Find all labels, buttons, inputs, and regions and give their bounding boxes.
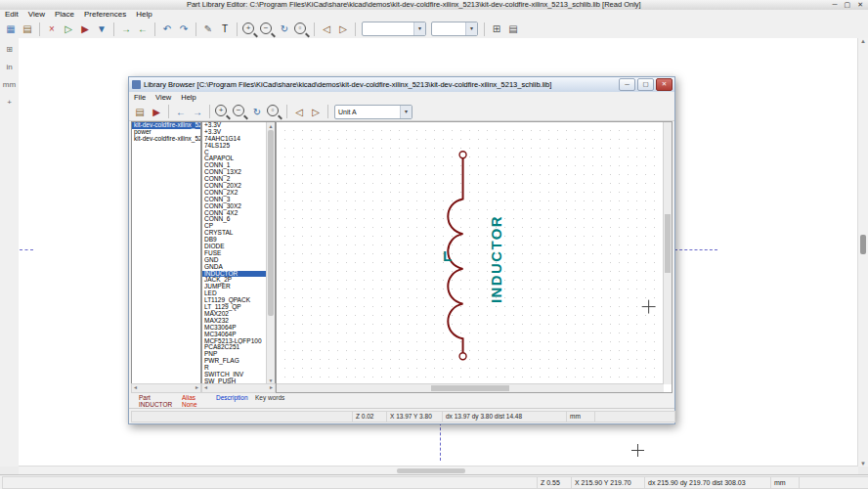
vertical-scrollbar[interactable]: ▲ ▼ bbox=[857, 38, 868, 467]
component-list-item[interactable]: CRYSTAL bbox=[202, 230, 267, 237]
datasheet-icon[interactable]: ▤ bbox=[505, 22, 521, 37]
menu-item[interactable]: View bbox=[23, 10, 50, 20]
component-list-item[interactable]: SWITCH_INV bbox=[202, 372, 267, 378]
component-list-item[interactable]: 74AHC1G14 bbox=[202, 136, 267, 143]
alias-select-dropdown[interactable]: ▾ bbox=[431, 22, 478, 36]
scroll-thumb[interactable] bbox=[665, 214, 671, 273]
component-list[interactable]: +3.3V+3.3V74AHC1G1474LS125CCAPAPOLCONN_1… bbox=[202, 122, 267, 384]
scroll-thumb[interactable] bbox=[268, 130, 274, 316]
component-list-item[interactable]: DIODE bbox=[202, 244, 267, 250]
component-list-item[interactable]: CAPAPOL bbox=[202, 156, 267, 162]
demorgan-convert-icon[interactable]: ▷ bbox=[308, 104, 324, 119]
component-list-item[interactable]: GNDA bbox=[202, 264, 267, 271]
menu-item[interactable]: Edit bbox=[0, 10, 23, 20]
maximize-button[interactable]: ▢ bbox=[845, 0, 851, 10]
library-list-item[interactable]: power bbox=[132, 129, 200, 136]
menu-item[interactable]: File bbox=[129, 92, 151, 103]
preview-vscrollbar[interactable] bbox=[663, 122, 672, 384]
grid-toggle-icon[interactable]: ⊞ bbox=[3, 42, 17, 56]
zoom-out-icon[interactable]: − bbox=[233, 105, 244, 116]
component-list-item[interactable]: DB9 bbox=[202, 237, 267, 244]
component-list-item[interactable]: MAX202 bbox=[202, 311, 267, 318]
preview-hscrollbar[interactable] bbox=[277, 383, 664, 392]
zoom-out-icon[interactable]: − bbox=[260, 22, 272, 34]
component-list-item[interactable]: LT1129_QPACK bbox=[202, 297, 267, 304]
library-list[interactable]: kit-dev-coldfire-xilinx_5213powerkit-dev… bbox=[131, 121, 201, 385]
component-list-item[interactable]: MAX232 bbox=[202, 318, 267, 325]
component-list-item[interactable]: FUSE bbox=[202, 250, 267, 257]
component-list-item[interactable]: R bbox=[202, 365, 267, 372]
export-part-icon[interactable]: ← bbox=[135, 22, 151, 37]
scroll-thumb[interactable] bbox=[431, 385, 509, 391]
library-list-hscrollbar[interactable]: ◄ ► bbox=[131, 383, 201, 393]
close-button[interactable]: ✕ bbox=[857, 0, 863, 10]
menu-item[interactable]: View bbox=[151, 92, 176, 103]
scroll-thumb[interactable] bbox=[860, 235, 866, 254]
units-mm-icon[interactable]: mm bbox=[3, 77, 17, 91]
component-list-item[interactable]: MC33064P bbox=[202, 325, 267, 332]
menu-item[interactable]: Help bbox=[131, 10, 156, 20]
scroll-right-icon[interactable]: ► bbox=[269, 384, 274, 391]
component-list-item[interactable]: JACK_2P bbox=[202, 277, 267, 284]
zoom-fit-icon[interactable]: ▫ bbox=[267, 105, 279, 116]
component-list-item[interactable]: PNP bbox=[202, 351, 267, 358]
save-part-icon[interactable]: ▼ bbox=[94, 22, 109, 37]
save-library-icon[interactable]: ▦ bbox=[3, 22, 19, 37]
scroll-left-icon[interactable]: ◄ bbox=[133, 384, 138, 391]
next-part-icon[interactable]: → bbox=[190, 104, 205, 119]
symbol-preview-canvas[interactable]: L INDUCTOR bbox=[276, 121, 673, 393]
component-list-item[interactable]: CONN_30X2 bbox=[202, 203, 267, 210]
component-list-item[interactable]: CONN_13X2 bbox=[202, 169, 267, 176]
zoom-redraw-icon[interactable]: ↻ bbox=[277, 22, 292, 37]
library-list-item[interactable]: kit-dev-coldfire-xilinx_5213 bbox=[132, 136, 200, 143]
dialog-close-button[interactable]: ✕ bbox=[656, 78, 673, 91]
component-list-item[interactable]: MC34064P bbox=[202, 332, 267, 338]
component-list-item[interactable]: CONN_1 bbox=[202, 162, 267, 169]
scroll-right-icon[interactable]: ► bbox=[195, 384, 199, 391]
component-list-item[interactable]: JUMPER bbox=[202, 284, 267, 290]
component-list-item[interactable]: PCA82C251 bbox=[202, 344, 267, 351]
scroll-thumb[interactable] bbox=[397, 468, 465, 473]
component-list-item[interactable]: CONN_2 bbox=[202, 176, 267, 183]
menu-item[interactable]: Help bbox=[176, 92, 200, 103]
menu-item[interactable]: Preferences bbox=[79, 10, 131, 20]
component-list-hscrollbar[interactable]: ◄ ► bbox=[201, 383, 276, 393]
component-list-item[interactable]: +3.3V bbox=[202, 122, 267, 129]
component-list-item[interactable]: CONN_3 bbox=[202, 197, 267, 203]
new-part-icon[interactable]: ▷ bbox=[61, 22, 76, 37]
library-list-item[interactable]: kit-dev-coldfire-xilinx_5213 bbox=[132, 122, 200, 129]
component-list-item[interactable]: CP bbox=[202, 223, 267, 230]
delete-part-icon[interactable]: × bbox=[44, 22, 60, 37]
component-list-item[interactable]: 74LS125 bbox=[202, 143, 267, 150]
component-list-item[interactable]: LED bbox=[202, 290, 267, 297]
component-list-item[interactable]: +3.3V bbox=[202, 129, 267, 136]
select-library-icon[interactable]: ▤ bbox=[132, 104, 148, 119]
scroll-up-icon[interactable]: ▲ bbox=[858, 38, 868, 44]
scroll-left-icon[interactable]: ◄ bbox=[203, 384, 208, 391]
units-inch-icon[interactable]: in bbox=[3, 60, 17, 73]
zoom-fit-icon[interactable]: ▫ bbox=[294, 22, 306, 34]
demorgan-normal-icon[interactable]: ◁ bbox=[319, 22, 334, 37]
component-list-item[interactable]: PWR_FLAG bbox=[202, 358, 267, 365]
component-list-item[interactable]: LT_1129_QP bbox=[202, 304, 267, 311]
demorgan-convert-icon[interactable]: ▷ bbox=[335, 22, 351, 37]
dialog-titlebar[interactable]: Library Browser [C:\Program Files\KiCad\… bbox=[129, 77, 674, 93]
add-text-icon[interactable]: T bbox=[217, 22, 233, 37]
redo-icon[interactable]: ↷ bbox=[176, 22, 192, 37]
load-part-icon[interactable]: ▶ bbox=[77, 22, 93, 37]
component-list-item[interactable]: CONN_6 bbox=[202, 216, 267, 223]
import-part-icon[interactable]: → bbox=[118, 22, 134, 37]
zoom-redraw-icon[interactable]: ↻ bbox=[249, 104, 265, 119]
part-select-dropdown[interactable]: ▾ bbox=[362, 22, 426, 36]
component-list-item[interactable]: CONN_2X2 bbox=[202, 190, 267, 197]
component-list-item[interactable]: C bbox=[202, 150, 267, 156]
zoom-in-icon[interactable]: + bbox=[215, 105, 227, 116]
unit-select-dropdown[interactable]: Unit A▾ bbox=[334, 105, 412, 119]
demorgan-normal-icon[interactable]: ◁ bbox=[291, 104, 307, 119]
component-list-scrollbar[interactable]: ▲ ▼ bbox=[266, 122, 275, 384]
scroll-up-icon[interactable]: ▲ bbox=[267, 123, 275, 129]
dialog-minimize-button[interactable]: ─ bbox=[619, 78, 635, 91]
select-library-icon[interactable]: ▤ bbox=[20, 22, 35, 37]
cursor-shape-icon[interactable]: + bbox=[3, 95, 17, 109]
component-list-item[interactable]: GND bbox=[202, 257, 267, 264]
